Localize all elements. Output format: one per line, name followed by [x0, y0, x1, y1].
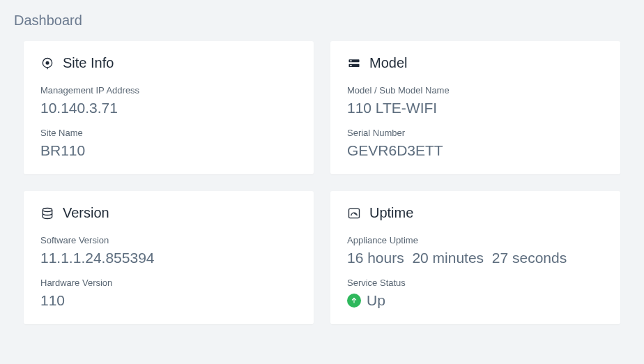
appliance-uptime-value: 16 hours 20 minutes 27 seconds [347, 250, 604, 266]
service-status-label: Service Status [347, 278, 604, 288]
serial-value: GEVR6D3ETT [347, 142, 604, 159]
site-info-card: Site Info Management IP Address 10.140.3… [24, 41, 314, 174]
model-name-field: Model / Sub Model Name 110 LTE-WIFI [347, 85, 604, 116]
software-version-field: Software Version 11.1.1.24.855394 [40, 235, 297, 266]
appliance-uptime-label: Appliance Uptime [347, 235, 604, 245]
management-ip-value: 10.140.3.71 [40, 100, 297, 116]
cards-grid: Site Info Management IP Address 10.140.3… [14, 41, 630, 324]
page-title: Dashboard [14, 13, 630, 29]
svg-rect-4 [350, 60, 352, 61]
appliance-uptime-field: Appliance Uptime 16 hours 20 minutes 27 … [347, 235, 604, 266]
site-info-header: Site Info [40, 55, 297, 71]
service-status-value: Up [367, 292, 385, 309]
software-version-label: Software Version [40, 235, 297, 245]
server-icon [347, 56, 361, 70]
dashboard-meter-icon [347, 206, 361, 220]
version-title: Version [63, 205, 109, 221]
uptime-header: Uptime [347, 205, 604, 221]
serial-label: Serial Number [347, 128, 604, 138]
service-status-row: Up [347, 292, 604, 309]
service-status-field: Service Status Up [347, 278, 604, 309]
uptime-title: Uptime [369, 205, 413, 221]
site-name-label: Site Name [40, 128, 297, 138]
svg-point-6 [43, 208, 52, 211]
software-version-value: 11.1.1.24.855394 [40, 250, 297, 266]
serial-field: Serial Number GEVR6D3ETT [347, 128, 604, 159]
version-header: Version [40, 205, 297, 221]
site-info-title: Site Info [63, 55, 114, 71]
hardware-version-value: 110 [40, 292, 297, 309]
model-title: Model [369, 55, 407, 71]
management-ip-label: Management IP Address [40, 85, 297, 96]
model-name-label: Model / Sub Model Name [347, 85, 604, 96]
database-icon [40, 206, 54, 220]
svg-point-1 [46, 61, 49, 64]
site-name-value: BR110 [40, 142, 297, 159]
model-header: Model [347, 55, 604, 71]
svg-rect-5 [350, 65, 352, 66]
model-card: Model Model / Sub Model Name 110 LTE-WIF… [330, 41, 620, 174]
site-name-field: Site Name BR110 [40, 128, 297, 159]
management-ip-field: Management IP Address 10.140.3.71 [40, 85, 297, 116]
uptime-card: Uptime Appliance Uptime 16 hours 20 minu… [330, 191, 620, 324]
hardware-version-label: Hardware Version [40, 278, 297, 288]
status-up-icon [347, 294, 361, 308]
location-pin-icon [40, 56, 54, 70]
model-name-value: 110 LTE-WIFI [347, 100, 604, 116]
hardware-version-field: Hardware Version 110 [40, 278, 297, 309]
version-card: Version Software Version 11.1.1.24.85539… [24, 191, 314, 324]
